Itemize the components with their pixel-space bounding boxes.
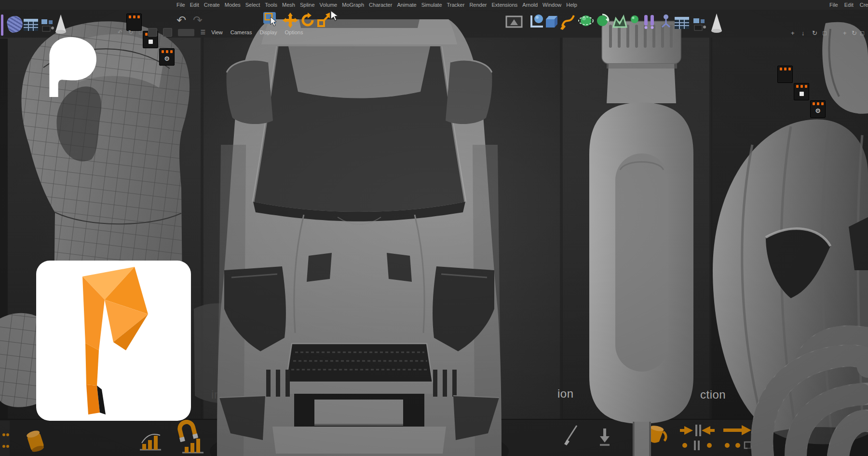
banner-collage: tic ing ion ction [0,0,868,456]
caption-fragment-left: tic [0,385,10,399]
rotate-tool-icon[interactable] [300,13,315,28]
character-ik-icon[interactable] [659,14,673,29]
generator-sphere-icon[interactable] [594,13,610,29]
menu-edit[interactable]: Edit [190,2,199,8]
dot-grip-icon [2,445,5,448]
dot-grip-icon [6,433,9,436]
pan-view-icon[interactable]: + [843,30,847,36]
pen-spline-icon[interactable] [559,13,576,30]
viewport-menu-options[interactable]: Options [285,29,303,35]
gray-cube-icon[interactable] [263,432,280,450]
metaball-icon[interactable] [611,14,628,29]
gray-arrow-icon[interactable] [788,426,811,446]
caption-fragment-right: ction [700,388,726,401]
frame-view-icon[interactable]: □ [823,30,827,36]
dot-grip-icon [6,445,9,448]
gear-icon: ⚙ [160,55,174,63]
dot-grip-icon [2,433,5,436]
viewport-menu-cameras[interactable]: Cameras [231,29,252,35]
menu-tracker[interactable]: Tracker [447,2,465,8]
menu-edit-right[interactable]: Edit [844,2,854,8]
menu-file-right[interactable]: File [829,2,838,8]
bottom-left-panel-edge [0,421,10,456]
arrow-dots-icon[interactable] [721,423,754,452]
render-view-icon[interactable] [777,66,793,83]
menu-extensions[interactable]: Extensions [491,2,517,8]
patreon-logo [38,34,101,100]
joint-tool-icon[interactable] [641,14,657,30]
rect-selection-icon[interactable] [263,12,279,27]
creator-logo-card [36,261,191,421]
split-arrows-icon[interactable] [679,423,716,452]
menu-volume[interactable]: Volume [320,2,338,8]
hamburger-icon[interactable]: ☰ [200,29,205,36]
menu-mesh[interactable]: Mesh [282,2,295,8]
zoom-view-icon[interactable]: ↓ [801,30,805,36]
field-ball-icon[interactable] [630,14,639,24]
menu-help[interactable]: Help [566,2,577,8]
spreadsheet-icon[interactable] [23,17,39,33]
render-settings-icon[interactable]: ⚙ [810,100,826,118]
viewport-menu: ↶ ↻ □ ☰ View Cameras Display Options [118,27,303,38]
caption-fragment-right-center: ion [557,387,574,401]
menu-spline[interactable]: Spline [300,2,315,8]
floor-object-icon[interactable] [505,14,523,29]
undo-icon[interactable]: ↶ [176,14,186,26]
light-cone-icon[interactable] [54,14,68,35]
menu-window[interactable]: Window [542,2,561,8]
orange-cylinder-icon[interactable] [23,428,47,454]
rotate-view-icon[interactable]: ↻ [812,30,817,36]
menu-select[interactable]: Select [245,2,260,8]
view-rotate-icon[interactable]: ↻ [128,29,133,36]
gear-icon: ⚙ [811,107,825,115]
menu-modes[interactable]: Modes [225,2,241,8]
caption-fragment-left-center: ing [211,388,228,401]
menu-arnold[interactable]: Arnold [522,2,538,8]
menu-create[interactable]: Create [204,2,220,8]
view-frame-icon[interactable]: □ [139,29,142,36]
profile-bars-icon[interactable] [225,436,250,456]
mouse-cursor [330,10,339,22]
viewport-mini-tile[interactable] [148,28,157,37]
render-settings-icon[interactable]: ⚙ [159,48,175,66]
axis-workplane-icon[interactable] [529,14,545,29]
subdivision-surface-icon[interactable] [578,13,594,29]
menu-simulate[interactable]: Simulate [421,2,442,8]
tool-cluster-icon[interactable] [692,17,707,33]
purple-pen-icon[interactable] [1,14,3,36]
menu-mograph[interactable]: MoGraph [342,2,364,8]
pen-line-icon[interactable] [561,424,580,446]
viewport-menu-view[interactable]: View [211,29,223,35]
menu-animate[interactable]: Animate [397,2,416,8]
view-undo-icon[interactable]: ↶ [118,29,122,36]
redo-icon[interactable]: ↷ [193,14,203,26]
menu-tools[interactable]: Tools [265,2,277,8]
viewport-tab[interactable] [178,29,194,36]
menu-create-right[interactable]: Cre [860,2,868,8]
creator-logo [78,266,150,415]
light-cone-icon[interactable] [710,13,723,34]
paint-bucket-icon[interactable] [643,422,671,447]
profile-bars-icon[interactable] [180,435,205,456]
menu-render[interactable]: Render [469,2,487,8]
move-tool-icon[interactable] [283,13,298,28]
frame-view-icon[interactable]: □ [860,30,864,36]
spreadsheet-icon[interactable] [674,15,690,31]
add-cube-icon[interactable] [543,14,559,30]
menubar: File Edit Create Modes Select Tools Mesh… [0,0,868,10]
profile-bars-icon[interactable] [138,432,163,453]
menu-file[interactable]: File [176,2,185,8]
rotate-view-icon[interactable]: ↻ [852,30,857,36]
menubar-right: File Edit Cre [829,0,868,10]
pan-view-icon[interactable]: + [791,30,795,36]
viewport-menu-display[interactable]: Display [259,29,277,35]
viewport-mini-tile[interactable] [163,28,172,37]
menu-character[interactable]: Character [369,2,392,8]
down-arrow-icon[interactable] [597,427,612,447]
tool-cluster-icon[interactable] [41,18,55,34]
render-to-picture-icon[interactable] [794,83,809,100]
